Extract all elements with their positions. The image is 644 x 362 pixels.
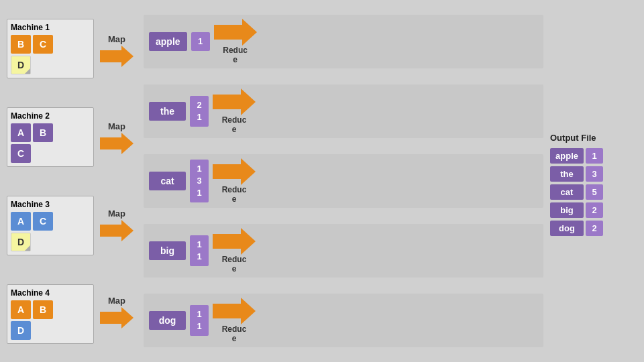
reduce-arrow-3: Reduc e xyxy=(213,228,256,273)
row-item-1: the2 1Reduc e xyxy=(144,84,543,137)
reduce-shape-0 xyxy=(214,19,257,46)
machine-1-box: Machine 1BCD xyxy=(7,19,94,78)
reduce-body-2 xyxy=(213,164,241,179)
map-arrows-column: MapMapMapMap xyxy=(97,7,137,355)
word-box-2: cat xyxy=(149,172,186,190)
map-arrow-head-2 xyxy=(121,133,133,154)
map-arrow-shape-4 xyxy=(100,307,133,328)
map-arrow-body-1 xyxy=(100,50,121,62)
map-arrow-head-1 xyxy=(121,46,133,67)
word-box-1: the xyxy=(149,102,186,121)
reduce-body-4 xyxy=(213,304,241,318)
map-arrow-shape-3 xyxy=(100,220,133,241)
map-arrow-shape-2 xyxy=(100,133,133,154)
machines-column: Machine 1BCDMachine 2ABCMachine 3ACDMach… xyxy=(7,7,94,355)
map-arrow-4: Map xyxy=(100,296,133,328)
word-box-0: apple xyxy=(149,32,187,51)
reduce-label-3: Reduc e xyxy=(222,255,247,273)
machine-2-tile-0: A xyxy=(11,123,31,142)
row-item-0: apple1Reduc e xyxy=(144,15,543,68)
word-box-3: big xyxy=(149,241,186,260)
reduce-shape-3 xyxy=(213,228,256,255)
reduce-label-4: Reduc e xyxy=(222,325,247,343)
machine-1-tiles: BCD xyxy=(11,35,64,74)
map-label-2: Map xyxy=(108,121,125,131)
machine-1-label: Machine 1 xyxy=(11,23,90,32)
reduce-head-0 xyxy=(242,19,257,46)
machine-2-tile-1: B xyxy=(33,123,53,142)
machine-3-box: Machine 3ACD xyxy=(7,196,94,255)
map-arrow-body-3 xyxy=(100,225,121,237)
reduce-label-1: Reduc e xyxy=(222,116,247,133)
machine-2-box: Machine 2ABC xyxy=(7,107,94,167)
map-arrow-head-3 xyxy=(121,220,133,241)
map-arrow-body-4 xyxy=(100,312,121,324)
output-row-2: cat5 xyxy=(550,184,603,200)
map-arrow-head-4 xyxy=(121,307,133,328)
machine-4-tile-0: A xyxy=(11,300,31,319)
map-label-1: Map xyxy=(108,34,125,44)
machine-4-tiles: ABD xyxy=(11,300,64,340)
reduce-body-0 xyxy=(214,25,242,40)
machine-3-tile-0: A xyxy=(11,212,31,231)
machine-2-label: Machine 2 xyxy=(11,111,90,121)
reduce-label-0: Reduc e xyxy=(223,46,248,64)
output-row-0: apple1 xyxy=(550,148,603,164)
output-num-2: 5 xyxy=(586,184,603,200)
output-num-4: 2 xyxy=(586,221,603,236)
output-word-2: cat xyxy=(550,184,584,200)
rows-column: apple1Reduc ethe2 1Reduc ecat1 3 1Reduc … xyxy=(144,7,543,355)
reduce-shape-2 xyxy=(213,158,256,185)
numbers-box-3: 1 1 xyxy=(190,235,209,266)
reduce-head-4 xyxy=(241,298,256,324)
map-arrow-body-2 xyxy=(100,137,121,149)
reduce-arrow-4: Reduc e xyxy=(213,298,256,343)
reduce-shape-1 xyxy=(213,88,256,115)
numbers-box-0: 1 xyxy=(191,32,210,51)
map-label-3: Map xyxy=(108,208,125,219)
machine-3-tile-2: D xyxy=(11,233,31,251)
output-word-3: big xyxy=(550,202,584,218)
output-row-3: big2 xyxy=(550,202,603,218)
row-item-3: big1 1Reduc e xyxy=(144,224,543,277)
map-label-4: Map xyxy=(108,296,125,306)
output-column: Output File apple1the3cat5big2dog2 xyxy=(550,7,637,355)
output-word-1: the xyxy=(550,166,584,182)
reduce-head-2 xyxy=(241,158,256,185)
map-arrow-1: Map xyxy=(100,34,133,67)
machine-1-tile-2: D xyxy=(11,56,31,74)
machine-1-tile-0: B xyxy=(11,35,31,54)
machine-4-tile-2: D xyxy=(11,321,31,340)
output-row-1: the3 xyxy=(550,166,603,182)
output-num-0: 1 xyxy=(586,148,603,164)
output-word-4: dog xyxy=(550,221,584,236)
reduce-arrow-1: Reduc e xyxy=(213,88,256,133)
machine-3-tile-1: C xyxy=(33,212,53,231)
map-arrow-3: Map xyxy=(100,208,133,241)
output-word-0: apple xyxy=(550,148,584,164)
output-num-3: 2 xyxy=(586,202,603,218)
map-arrow-2: Map xyxy=(100,121,133,154)
reduce-arrow-0: Reduc e xyxy=(214,19,257,64)
machine-4-box: Machine 4ABD xyxy=(7,284,94,344)
output-num-1: 3 xyxy=(586,166,603,182)
row-item-2: cat1 3 1Reduc e xyxy=(144,154,543,207)
machine-2-tiles: ABC xyxy=(11,123,64,163)
map-arrow-shape-1 xyxy=(100,46,133,67)
reduce-body-3 xyxy=(213,234,241,249)
reduce-head-1 xyxy=(241,88,256,115)
reduce-label-2: Reduc e xyxy=(222,186,247,203)
reduce-body-1 xyxy=(213,95,241,109)
machine-4-label: Machine 4 xyxy=(11,288,90,298)
machine-1-tile-1: C xyxy=(33,35,53,54)
output-row-4: dog2 xyxy=(550,221,603,236)
row-item-4: dog1 1Reduc e xyxy=(144,294,543,347)
output-title: Output File xyxy=(550,133,596,143)
reduce-shape-4 xyxy=(213,298,256,324)
machine-2-tile-2: C xyxy=(11,144,31,163)
numbers-box-2: 1 3 1 xyxy=(190,160,209,203)
machine-3-tiles: ACD xyxy=(11,212,64,251)
numbers-box-4: 1 1 xyxy=(190,305,209,336)
machine-3-label: Machine 3 xyxy=(11,200,90,209)
reduce-arrow-2: Reduc e xyxy=(213,158,256,203)
